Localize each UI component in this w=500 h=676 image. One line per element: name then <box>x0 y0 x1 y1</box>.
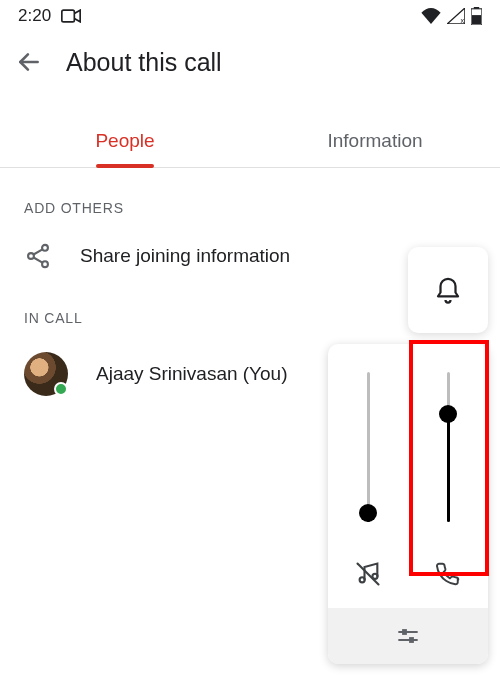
tab-people-label: People <box>95 130 154 152</box>
phone-icon <box>435 556 461 592</box>
svg-point-7 <box>28 253 34 259</box>
top-bar: About this call <box>0 32 500 92</box>
svg-point-11 <box>360 577 365 582</box>
svg-rect-4 <box>472 15 481 24</box>
sliders-icon <box>396 624 420 648</box>
volume-settings-button[interactable] <box>328 608 488 664</box>
battery-icon <box>471 7 482 25</box>
wifi-icon <box>421 8 441 24</box>
svg-line-9 <box>34 249 43 254</box>
add-others-label: ADD OTHERS <box>24 200 476 216</box>
share-icon <box>24 242 52 270</box>
signal-icon: x <box>447 8 465 24</box>
svg-point-6 <box>42 245 48 251</box>
avatar <box>24 352 68 396</box>
volume-panel <box>328 344 488 664</box>
bell-icon <box>433 275 463 305</box>
clock-time: 2:20 <box>18 6 51 26</box>
svg-point-8 <box>42 261 48 267</box>
svg-text:x: x <box>460 17 464 24</box>
share-label: Share joining information <box>80 245 290 267</box>
tab-information-label: Information <box>327 130 422 152</box>
svg-line-10 <box>34 258 43 263</box>
music-off-icon <box>354 556 382 592</box>
tab-people[interactable]: People <box>0 114 250 167</box>
notification-button[interactable] <box>408 247 488 333</box>
svg-rect-16 <box>403 630 406 634</box>
tabs: People Information <box>0 114 500 168</box>
call-volume-slider[interactable] <box>408 368 488 608</box>
svg-rect-17 <box>410 638 413 642</box>
svg-rect-0 <box>62 10 75 22</box>
tab-information[interactable]: Information <box>250 114 500 167</box>
participant-name: Ajaay Srinivasan (You) <box>96 363 288 385</box>
presence-dot <box>54 382 68 396</box>
media-volume-slider[interactable] <box>328 368 408 608</box>
camera-icon <box>61 9 81 23</box>
status-bar: 2:20 x <box>0 0 500 32</box>
page-title: About this call <box>66 48 222 77</box>
back-icon[interactable] <box>16 49 42 75</box>
